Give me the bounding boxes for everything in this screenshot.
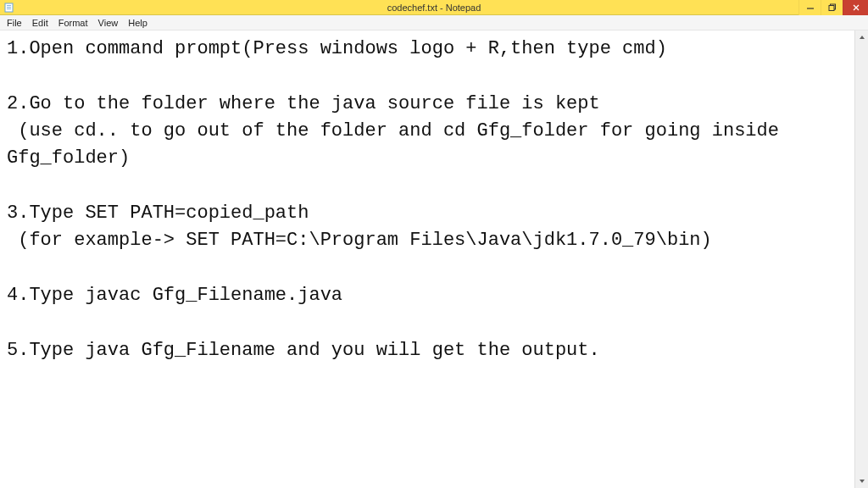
- restore-button[interactable]: [821, 0, 843, 15]
- menubar: File Edit Format View Help: [0, 15, 868, 30]
- text-editor[interactable]: 1.Open command prompt(Press windows logo…: [0, 30, 854, 488]
- vertical-scrollbar[interactable]: [854, 30, 868, 488]
- menu-help[interactable]: Help: [123, 16, 153, 30]
- svg-marker-9: [860, 36, 865, 39]
- scroll-up-arrow[interactable]: [855, 30, 868, 44]
- window-title: codechef.txt - Notepad: [387, 3, 481, 13]
- svg-marker-10: [860, 480, 865, 483]
- menu-view[interactable]: View: [93, 16, 124, 30]
- menu-edit[interactable]: Edit: [27, 16, 53, 30]
- svg-rect-0: [5, 3, 13, 12]
- titlebar[interactable]: codechef.txt - Notepad: [0, 0, 868, 15]
- menu-format[interactable]: Format: [53, 16, 93, 30]
- notepad-window: codechef.txt - Notepad File Edit Format: [0, 0, 868, 488]
- content-area: 1.Open command prompt(Press windows logo…: [0, 30, 868, 488]
- menu-file[interactable]: File: [2, 16, 27, 30]
- close-button[interactable]: [843, 0, 868, 15]
- scroll-down-arrow[interactable]: [855, 474, 868, 488]
- app-icon: [3, 2, 15, 14]
- svg-rect-6: [829, 6, 834, 11]
- minimize-button[interactable]: [798, 0, 821, 15]
- window-controls: [798, 0, 868, 15]
